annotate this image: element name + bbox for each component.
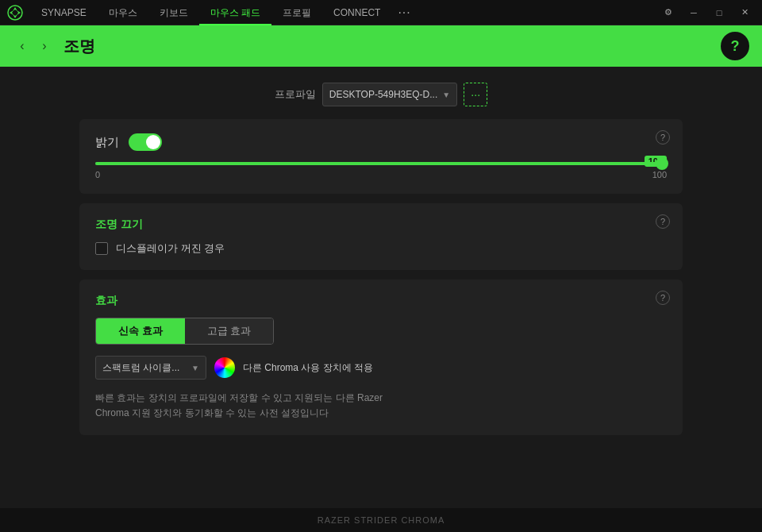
tab-keyboard[interactable]: 키보드 bbox=[148, 0, 199, 25]
maximize-button[interactable]: □ bbox=[708, 4, 730, 21]
tab-synapse[interactable]: SYNAPSE bbox=[30, 0, 98, 25]
display-off-checkbox[interactable] bbox=[95, 242, 108, 255]
brightness-toggle[interactable] bbox=[129, 133, 162, 151]
close-button[interactable]: ✕ bbox=[733, 4, 756, 21]
title-bar: SYNAPSE 마우스 키보드 마우스 패드 프로필 CONNECT ··· ⚙… bbox=[0, 0, 762, 25]
page-title: 조명 bbox=[64, 36, 95, 57]
profile-row: 프로파일 DESKTOP-549H3EQ-D... ▼ ··· bbox=[79, 83, 683, 106]
slider-min-label: 0 bbox=[95, 170, 100, 179]
settings-button[interactable]: ⚙ bbox=[657, 4, 679, 21]
profile-select[interactable]: DESKTOP-549H3EQ-D... ▼ bbox=[322, 83, 457, 106]
profile-label: 프로파일 bbox=[275, 87, 316, 102]
slider-fill bbox=[95, 162, 667, 165]
display-off-label: 디스플레이가 꺼진 경우 bbox=[116, 241, 225, 256]
chroma-label: 다른 Chroma 사용 장치에 적용 bbox=[243, 361, 373, 375]
tab-advanced-effects[interactable]: 고급 효과 bbox=[185, 318, 274, 344]
checkbox-row: 디스플레이가 꺼진 경우 bbox=[95, 241, 667, 256]
tab-connect[interactable]: CONNECT bbox=[322, 0, 391, 25]
profile-chevron-icon: ▼ bbox=[442, 91, 450, 99]
brightness-help-button[interactable]: ? bbox=[656, 130, 670, 145]
effects-help-button[interactable]: ? bbox=[656, 291, 670, 305]
header-bar: ‹ › 조명 ? bbox=[0, 25, 762, 67]
effects-description: 빠른 효과는 장치의 프로파일에 저장할 수 있고 지원되는 다른 RazerC… bbox=[95, 391, 667, 421]
header-help-button[interactable]: ? bbox=[721, 32, 749, 60]
effect-chevron-icon: ▼ bbox=[191, 364, 199, 372]
slider-labels: 0 100 bbox=[95, 170, 667, 179]
effect-select[interactable]: 스팩트럼 사이클... ▼ bbox=[95, 356, 206, 380]
chroma-icon[interactable] bbox=[214, 357, 235, 378]
lighting-off-panel: ? 조명 끄기 디스플레이가 꺼진 경우 bbox=[79, 203, 683, 270]
content-area: 프로파일 DESKTOP-549H3EQ-D... ▼ ··· ? 밝기 100… bbox=[0, 67, 762, 461]
effects-title: 효과 bbox=[95, 294, 667, 308]
window-controls: ⚙ ─ □ ✕ bbox=[657, 4, 756, 21]
tab-profile[interactable]: 프로필 bbox=[271, 0, 322, 25]
effects-panel: ? 효과 신속 효과 고급 효과 스팩트럼 사이클... ▼ 다른 Chroma… bbox=[79, 279, 683, 435]
effect-select-value: 스팩트럼 사이클... bbox=[102, 361, 187, 375]
nav-arrows: ‹ › bbox=[13, 37, 54, 56]
brightness-label: 밝기 bbox=[95, 135, 119, 150]
brightness-slider-track[interactable] bbox=[95, 162, 667, 165]
back-button[interactable]: ‹ bbox=[13, 37, 32, 56]
profile-select-value: DESKTOP-549H3EQ-D... bbox=[329, 89, 438, 100]
profile-more-button[interactable]: ··· bbox=[464, 83, 487, 106]
forward-button[interactable]: › bbox=[35, 37, 54, 56]
brightness-header: 밝기 bbox=[95, 133, 667, 151]
lighting-off-title: 조명 끄기 bbox=[95, 218, 667, 232]
more-tabs-button[interactable]: ··· bbox=[391, 6, 417, 20]
brightness-panel: ? 밝기 100 0 100 bbox=[79, 119, 683, 194]
slider-thumb[interactable] bbox=[656, 157, 668, 170]
footer: RAZER STRIDER CHROMA bbox=[0, 508, 762, 532]
effects-row: 스팩트럼 사이클... ▼ 다른 Chroma 사용 장치에 적용 bbox=[95, 356, 667, 380]
nav-tabs: SYNAPSE 마우스 키보드 마우스 패드 프로필 CONNECT ··· bbox=[30, 0, 657, 25]
tab-mousepad[interactable]: 마우스 패드 bbox=[199, 0, 271, 25]
brightness-slider-container: 100 0 100 bbox=[95, 162, 667, 179]
footer-label: RAZER STRIDER CHROMA bbox=[318, 515, 445, 525]
effects-tabs: 신속 효과 고급 효과 bbox=[95, 318, 274, 345]
toggle-knob bbox=[146, 135, 160, 149]
lighting-off-help-button[interactable]: ? bbox=[656, 214, 670, 229]
tab-quick-effects[interactable]: 신속 효과 bbox=[96, 318, 185, 344]
app-icon bbox=[6, 4, 24, 21]
tab-mouse[interactable]: 마우스 bbox=[98, 0, 148, 25]
slider-max-label: 100 bbox=[652, 170, 667, 179]
minimize-button[interactable]: ─ bbox=[683, 4, 705, 21]
